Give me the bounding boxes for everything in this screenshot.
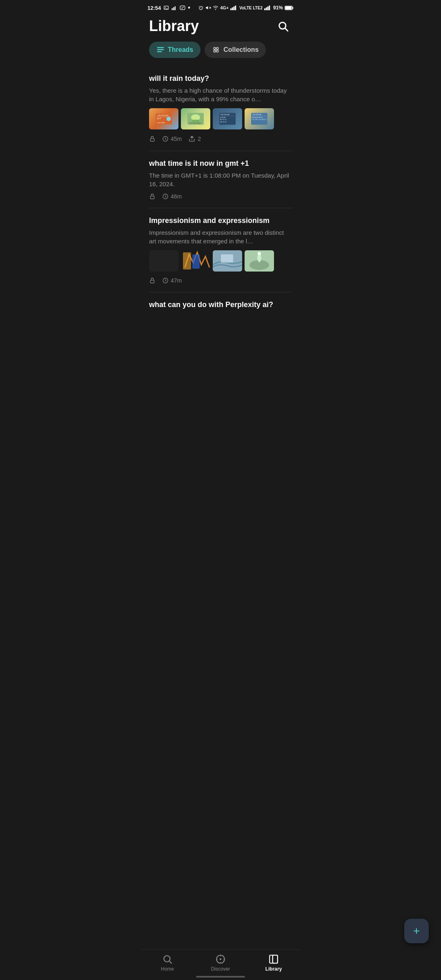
svg-point-28 [214,50,216,52]
share-meta: 2 [188,135,201,143]
svg-rect-11 [232,7,233,10]
lock-meta [149,136,156,142]
library-icon [268,954,279,964]
svg-rect-4 [175,7,176,10]
lock-meta [149,277,156,284]
svg-text:68  72  74: 68 72 74 [220,121,227,123]
thread-image [213,250,242,272]
nav-library[interactable]: Library [259,954,288,972]
time-meta: 47m [162,277,182,284]
lte-indicator: VoLTE LTE2 [239,6,263,10]
svg-text:66  70  72: 66 70 72 [220,118,226,120]
nav-discover[interactable]: Discover [206,954,235,972]
svg-rect-2 [172,8,173,10]
svg-rect-15 [266,7,267,10]
nav-library-label: Library [265,966,282,972]
thread-title: will it rain today? [149,74,292,83]
bottom-handle [196,976,245,978]
svg-rect-17 [269,6,270,10]
status-right: 4G+ VoLTE LTE2 91% [198,5,294,11]
svg-text:4  80  66: 4 80 66 [220,116,225,118]
thread-item[interactable]: Impressionism and expressionism Impressi… [149,208,292,292]
thread-meta: 47m [149,277,292,284]
svg-point-27 [216,47,218,49]
svg-point-26 [214,47,216,49]
svg-text:CULPONE: CULPONE [157,122,165,124]
svg-line-68 [169,961,172,964]
time-meta: 46m [162,193,182,200]
tab-collections[interactable]: Collections [205,42,266,58]
svg-rect-77 [273,955,278,963]
battery-icon [285,5,294,11]
svg-rect-14 [264,9,265,11]
svg-rect-54 [150,196,154,199]
bottom-nav: Home Discover Library [141,949,300,980]
svg-text:FRI SAT SUN MON TUE: FRI SAT SUN MON TUE [252,118,267,120]
thread-image [181,250,210,272]
lock-meta [149,193,156,200]
tab-threads[interactable]: Threads [149,42,200,58]
thread-image: 7 DAY FORECAST 93 92 90 90 91 FRI SAT SU… [245,108,274,129]
search-button[interactable] [274,17,292,35]
svg-line-22 [285,28,287,31]
thread-image [149,250,178,272]
dot-icon: • [188,4,190,11]
thread-item[interactable]: what can you do with Perplexity ai? [149,292,292,321]
compass-icon [215,954,226,964]
svg-text:61/7: 61/7 [157,117,161,120]
alarm-icon [198,5,204,11]
svg-rect-23 [157,47,164,48]
nav-discover-label: Discover [211,966,230,972]
thread-image: 7 DAY FORECAST 4 80 66 66 70 72 68 72 74 [213,108,242,129]
wifi-icon [213,5,218,11]
svg-rect-3 [173,7,174,10]
thread-snippet: Yes, there is a high chance of thunderst… [149,86,292,103]
thread-meta: 46m [149,193,292,200]
thread-title: Impressionism and expressionism [149,216,292,225]
svg-rect-13 [235,6,236,10]
clock-icon [162,136,169,142]
check-icon [180,5,185,11]
thread-images [149,250,292,272]
thread-snippet: Impressionism and expressionism are two … [149,228,292,245]
thread-images: 7 DAY FORECAST 61/7 CULPONE Will it rain… [149,108,292,129]
svg-rect-65 [150,280,154,283]
svg-rect-24 [157,49,164,50]
svg-rect-19 [292,7,293,9]
weather-img-3: 7 DAY FORECAST 4 80 66 66 70 72 68 72 74 [219,113,236,125]
thread-item[interactable]: what time is it now in gmt +1 The time i… [149,151,292,208]
status-bar: 12:54 • 4G+ VoLTE LTE2 91% [141,0,300,14]
svg-rect-20 [285,6,292,9]
mute-icon [205,5,211,11]
svg-point-1 [165,7,166,8]
battery-percent: 91% [273,5,283,11]
share-icon [188,135,196,143]
signal-bars [230,5,238,11]
thread-image: Will it rain today? [181,108,210,129]
svg-rect-16 [267,7,268,10]
nav-home-label: Home [161,966,174,972]
search-icon [277,20,289,32]
tabs-row: Threads Collections [141,42,300,66]
network-type: 4G+ [220,5,229,10]
thread-item[interactable]: will it rain today? Yes, there is a high… [149,66,292,151]
photo-icon [163,5,169,11]
svg-rect-25 [157,51,162,52]
svg-rect-58 [183,252,191,270]
art-img-2 [181,250,210,272]
art-img-4 [245,250,274,272]
time-meta: 45m [162,136,182,142]
nav-home[interactable]: Home [153,954,182,972]
lock-icon [149,277,156,284]
svg-text:7 DAY FORECAST: 7 DAY FORECAST [220,114,230,116]
thread-title: what can you do with Perplexity ai? [149,301,292,309]
signal-bars-2 [264,5,272,11]
thread-snippet: The time in GMT+1 is 1:08:00 PM on Tuesd… [149,171,292,188]
svg-text:7 DAY FORECAST: 7 DAY FORECAST [157,115,168,116]
home-icon [162,954,173,964]
svg-point-29 [216,50,218,52]
svg-text:Will it rain today?: Will it rain today? [189,122,201,124]
svg-point-37 [191,114,200,121]
lock-icon [149,193,156,200]
svg-text:93  92  90  90  91: 93 92 90 90 91 [252,116,263,118]
